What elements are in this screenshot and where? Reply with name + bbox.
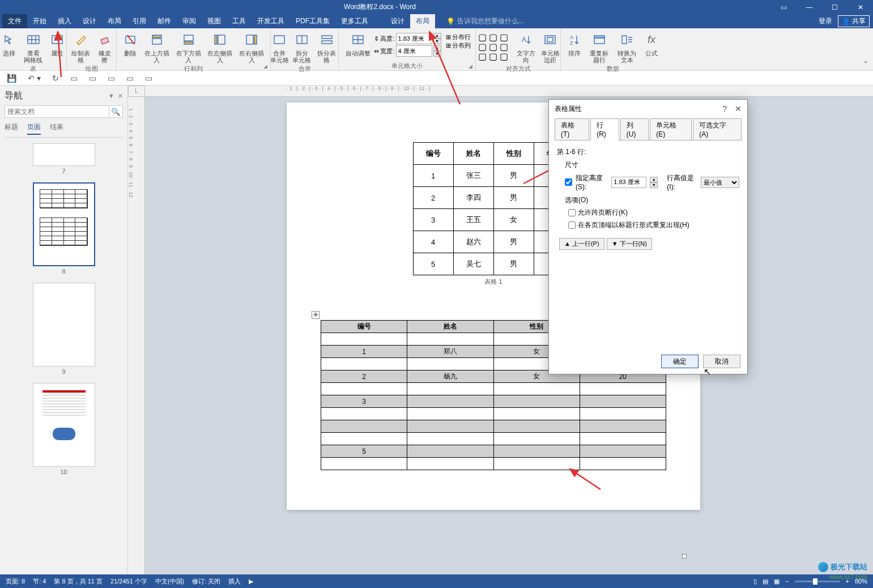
horizontal-ruler[interactable]: · 1 · | · 2 · | · 3 · | · 4 · | · 5 · | …: [145, 86, 873, 97]
nav-tab-results[interactable]: 结果: [50, 122, 63, 135]
th[interactable]: 姓名: [453, 143, 493, 165]
autofit-button[interactable]: 自动调整: [343, 29, 373, 58]
menu-devtools[interactable]: 开发工具: [252, 14, 290, 28]
split-table-button[interactable]: 拆分表格: [313, 29, 340, 65]
cell-margins-button[interactable]: 单元格 边距: [540, 29, 560, 65]
status-words[interactable]: 21/2451 个字: [110, 577, 147, 586]
menu-view[interactable]: 视图: [202, 14, 227, 28]
eraser-button[interactable]: 橡皮擦: [95, 29, 115, 65]
qat-icon-1[interactable]: ▭: [70, 74, 78, 83]
login-link[interactable]: 登录: [819, 16, 832, 26]
delete-button[interactable]: 删除: [120, 29, 140, 58]
nav-tab-headings[interactable]: 标题: [5, 122, 18, 135]
maximize-icon[interactable]: ☐: [822, 0, 848, 14]
redo-icon[interactable]: ↻: [52, 74, 59, 83]
view-read-icon[interactable]: ▯: [753, 578, 757, 585]
status-track[interactable]: 修订: 关闭: [192, 577, 220, 586]
menu-review[interactable]: 审阅: [177, 14, 202, 28]
distribute-rows-button[interactable]: ⊞分布行: [446, 33, 471, 41]
menu-table-design[interactable]: 设计: [385, 14, 410, 28]
table-move-handle-icon[interactable]: ✥: [312, 311, 320, 319]
menu-moretools[interactable]: 更多工具: [335, 14, 374, 28]
alignment-grid[interactable]: ▢▢▢▢▢▢▢▢▢: [476, 29, 512, 62]
menu-insert[interactable]: 插入: [52, 14, 77, 28]
tell-me-search[interactable]: 💡 告诉我您想要做什么...: [446, 16, 524, 26]
view-gridlines-button[interactable]: 查看 网格线: [22, 29, 45, 65]
share-button[interactable]: 👤共享: [838, 15, 870, 27]
menu-table-layout[interactable]: 布局: [410, 14, 435, 28]
insert-above-button[interactable]: 在上方插入: [142, 29, 172, 65]
status-page-of[interactable]: 第 8 页，共 11 页: [54, 577, 103, 586]
thumbnail-page-9[interactable]: 9: [5, 283, 123, 375]
th[interactable]: 编号: [413, 143, 453, 165]
dialog-launcher-rowcol[interactable]: ◢: [263, 63, 269, 69]
menu-home[interactable]: 开始: [27, 14, 52, 28]
dialog-tab-row[interactable]: 行(R): [590, 118, 619, 140]
view-web-icon[interactable]: ▦: [774, 578, 780, 585]
nav-dropdown-icon[interactable]: ▼: [108, 92, 114, 100]
qat-icon-5[interactable]: ▭: [145, 74, 152, 83]
dialog-launcher-cellsize[interactable]: ◢: [469, 63, 474, 69]
text-direction-button[interactable]: A文字方向: [513, 29, 539, 65]
qat-icon-4[interactable]: ▭: [126, 74, 134, 83]
status-language[interactable]: 中文(中国): [155, 577, 184, 586]
table-resize-handle-icon[interactable]: [682, 554, 687, 559]
row-height-spinner[interactable]: ▲▼: [650, 177, 658, 188]
prev-row-button[interactable]: ▲ 上一行(P): [559, 238, 604, 250]
nav-search-input[interactable]: [5, 105, 109, 118]
menu-tools[interactable]: 工具: [227, 14, 252, 28]
menu-pdftools[interactable]: PDF工具集: [290, 14, 335, 28]
height-input[interactable]: [396, 33, 432, 44]
dialog-help-icon[interactable]: ?: [722, 104, 727, 113]
split-cells-button[interactable]: 拆分 单元格: [291, 29, 312, 65]
insert-right-button[interactable]: 在右侧插入: [236, 29, 267, 65]
status-page[interactable]: 页面: 8: [6, 577, 25, 586]
distribute-cols-button[interactable]: ⊞分布列: [446, 41, 471, 50]
dialog-tab-column[interactable]: 列(U): [620, 118, 649, 140]
merge-cells-button[interactable]: 合并 单元格: [269, 29, 290, 65]
height-spinner[interactable]: ▲▼: [433, 33, 441, 44]
sort-button[interactable]: AZ排序: [564, 29, 585, 58]
row-height-input[interactable]: [611, 177, 646, 188]
insert-left-button[interactable]: 在左侧插入: [205, 29, 236, 65]
properties-button[interactable]: 属性: [46, 29, 69, 58]
zoom-out-icon[interactable]: −: [785, 578, 789, 585]
dialog-tab-cell[interactable]: 单元格(E): [650, 118, 692, 140]
nav-tab-pages[interactable]: 页面: [27, 122, 41, 135]
status-macro-icon[interactable]: ▶: [249, 578, 253, 585]
menu-layout[interactable]: 布局: [102, 14, 127, 28]
dialog-tab-alt-text[interactable]: 可选文字(A): [693, 118, 742, 140]
row-height-rule-select[interactable]: 最小值: [701, 177, 739, 188]
formula-button[interactable]: fx公式: [641, 29, 662, 58]
insert-below-button[interactable]: 在下方插入: [173, 29, 204, 65]
menu-file[interactable]: 文件: [2, 14, 27, 28]
th[interactable]: 性别: [493, 143, 534, 165]
close-icon[interactable]: ✕: [848, 0, 873, 14]
dialog-tab-table[interactable]: 表格(T): [555, 118, 589, 140]
convert-to-text-button[interactable]: 转换为文本: [614, 29, 640, 65]
zoom-slider[interactable]: [795, 581, 840, 582]
save-icon[interactable]: 💾: [7, 74, 16, 83]
undo-icon[interactable]: ↶ ▾: [28, 74, 41, 83]
width-input[interactable]: [396, 45, 432, 57]
status-insert[interactable]: 插入: [228, 577, 241, 586]
menu-mailings[interactable]: 邮件: [152, 14, 177, 28]
qat-icon-3[interactable]: ▭: [108, 74, 115, 83]
repeat-header-button[interactable]: 重复标题行: [586, 29, 612, 65]
ok-button[interactable]: 确定: [661, 355, 699, 368]
minimize-icon[interactable]: —: [797, 0, 822, 14]
view-print-icon[interactable]: ▤: [763, 578, 768, 585]
cancel-button[interactable]: 取消: [703, 355, 740, 368]
thumbnail-page-8[interactable]: 8: [5, 182, 123, 275]
collapse-ribbon-icon[interactable]: ⌃: [863, 60, 868, 68]
vertical-ruler[interactable]: 1 · 2 · 3 · 4 · 5 · 6 · 7 · 8 · 9 · 10 ·…: [128, 97, 145, 574]
dialog-close-icon[interactable]: ✕: [735, 104, 742, 113]
width-spinner[interactable]: ▲▼: [433, 45, 441, 57]
specify-height-checkbox[interactable]: [565, 178, 572, 186]
document-area[interactable]: L · 1 · | · 2 · | · 3 · | · 4 · | · 5 · …: [128, 86, 873, 574]
status-section[interactable]: 节: 4: [33, 577, 46, 586]
nav-close-icon[interactable]: ✕: [118, 92, 123, 100]
thumbnail-page-7[interactable]: 7: [5, 143, 123, 174]
draw-table-button[interactable]: 绘制表格: [69, 29, 93, 65]
allow-break-checkbox[interactable]: [568, 209, 576, 216]
